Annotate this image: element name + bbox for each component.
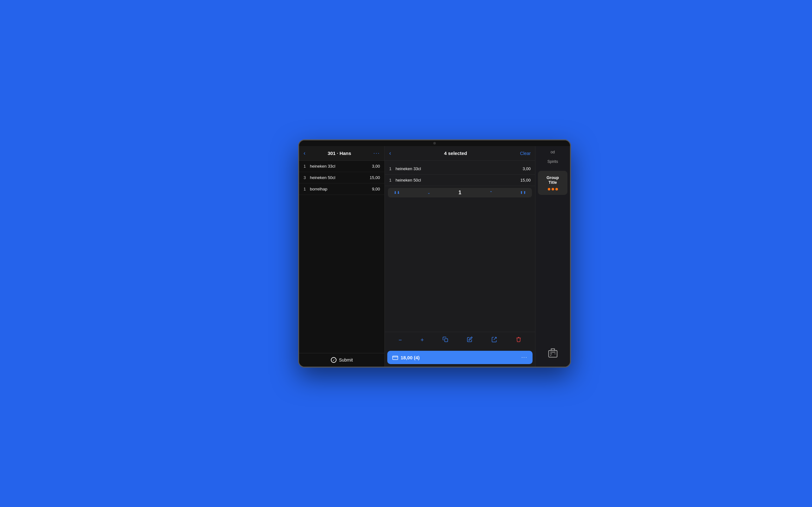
delete-action-button[interactable] (514, 335, 523, 345)
edge-dot-3 (555, 188, 558, 190)
tablet-camera-bar (299, 140, 570, 146)
qty-value: 1 (455, 190, 465, 195)
order-item[interactable]: 3 heineken 50cl 15,00 (299, 172, 385, 183)
selection-item[interactable]: 1 heineken 50cl 15,00 (385, 175, 535, 186)
pay-button-text: 18,00 (4) (392, 354, 420, 360)
selection-item-name: heineken 50cl (396, 178, 520, 182)
wallet-icon (392, 354, 398, 360)
order-item-qty: 1 (304, 187, 310, 191)
order-back-button[interactable]: ‹ (304, 150, 305, 157)
qty-decrease-button[interactable]: ⌄ (425, 190, 433, 195)
selection-count-title: 4 selected (394, 151, 517, 156)
order-item-price: 15,00 (369, 175, 380, 180)
order-title: 301 · Hans (328, 151, 351, 156)
quantity-stepper: ⬇⬇ ⌄ 1 ⌃ ⬆⬆ (388, 188, 532, 198)
submit-check-icon: ✓ (331, 357, 337, 363)
order-more-button[interactable]: ··· (373, 150, 380, 157)
edge-tab-spirits[interactable]: Spirits (537, 158, 568, 166)
tablet-camera-dot (433, 142, 436, 145)
selection-items-list: 1 heineken 33cl 3,00 1 heineken 50cl 15,… (385, 161, 535, 202)
order-item-name: borrelhap (310, 187, 372, 191)
pay-more-button[interactable]: ··· (521, 354, 527, 360)
order-item-name: heineken 33cl (310, 164, 372, 169)
selection-item-name: heineken 33cl (396, 166, 523, 171)
order-panel: ‹ 301 · Hans ··· 1 heineken 33cl 3,00 3 … (299, 146, 385, 367)
transfer-action-button[interactable] (490, 335, 498, 345)
submit-button[interactable]: ✓ Submit (331, 357, 353, 363)
order-header: ‹ 301 · Hans ··· (299, 146, 385, 161)
edge-dot-1 (548, 188, 550, 190)
edit-action-button[interactable] (466, 335, 474, 345)
qty-decrease-double-button[interactable]: ⬇⬇ (391, 190, 403, 195)
order-items-list: 1 heineken 33cl 3,00 3 heineken 50cl 15,… (299, 161, 385, 353)
order-item-name: heineken 50cl (310, 175, 369, 180)
submit-label: Submit (339, 357, 353, 362)
edge-panel: od Spirits Group Title (535, 146, 570, 367)
edge-group-title: Group Title (547, 175, 559, 185)
svg-rect-3 (548, 350, 557, 357)
edge-tabs: od Spirits (536, 146, 570, 168)
qty-increase-double-button[interactable]: ⬆⬆ (517, 190, 529, 195)
edge-register[interactable] (538, 345, 567, 363)
tablet-content: ‹ 301 · Hans ··· 1 heineken 33cl 3,00 3 … (299, 146, 570, 367)
pay-amount-label: 18,00 (4) (401, 355, 420, 360)
order-item-price: 3,00 (372, 164, 380, 169)
minus-action-button[interactable]: − (397, 336, 403, 345)
plus-action-button[interactable]: + (419, 336, 425, 345)
copy-action-button[interactable] (441, 335, 450, 345)
selection-item-qty: 1 (389, 166, 396, 171)
svg-line-1 (494, 337, 496, 340)
qty-increase-button[interactable]: ⌃ (487, 190, 495, 195)
register-icon (548, 348, 558, 360)
order-item[interactable]: 1 borrelhap 9,00 (299, 183, 385, 195)
selection-item-price: 3,00 (523, 166, 531, 171)
svg-rect-2 (393, 356, 398, 360)
pay-button[interactable]: 18,00 (4) ··· (387, 351, 532, 364)
order-item-price: 9,00 (372, 187, 380, 191)
selection-clear-button[interactable]: Clear (520, 151, 531, 156)
order-item-qty: 1 (304, 164, 310, 169)
svg-rect-0 (445, 339, 448, 342)
selection-item-price: 15,00 (520, 178, 531, 182)
selection-item-qty: 1 (389, 178, 396, 182)
selection-item[interactable]: 1 heineken 33cl 3,00 (385, 163, 535, 175)
edge-dot-2 (552, 188, 554, 190)
selection-back-button[interactable]: ‹ (389, 150, 391, 157)
edge-group-card[interactable]: Group Title (538, 171, 567, 195)
edge-group-dots (548, 188, 558, 190)
selection-panel: ‹ 4 selected Clear 1 heineken 33cl 3,00 … (385, 146, 535, 367)
tablet: ‹ 301 · Hans ··· 1 heineken 33cl 3,00 3 … (298, 139, 571, 368)
order-footer: ✓ Submit (299, 353, 385, 367)
selection-header: ‹ 4 selected Clear (385, 146, 535, 161)
edge-tab-od[interactable]: od (537, 148, 568, 156)
action-bar: − + (385, 332, 535, 348)
order-item-qty: 3 (304, 175, 310, 180)
order-item[interactable]: 1 heineken 33cl 3,00 (299, 161, 385, 172)
